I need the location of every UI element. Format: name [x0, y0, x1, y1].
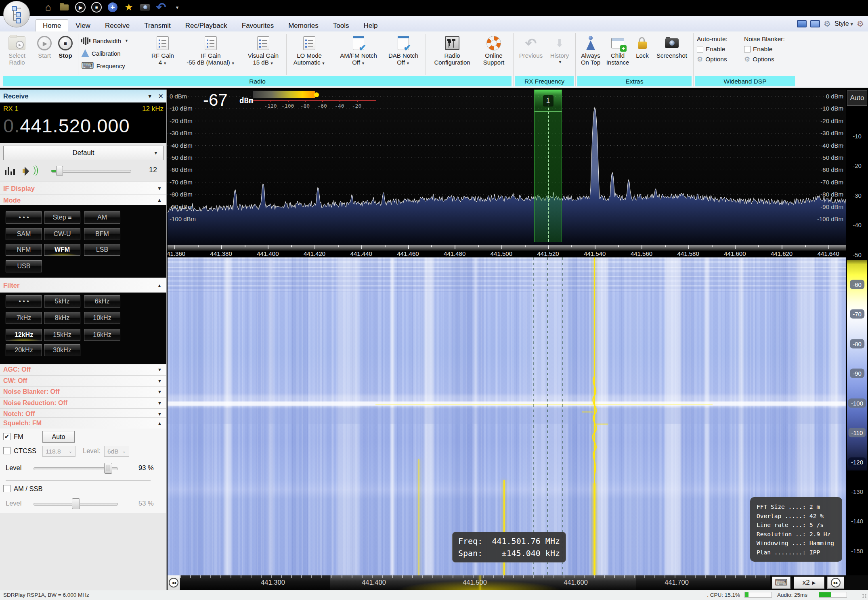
section-agc[interactable]: AGC: Off▼	[0, 364, 167, 375]
undo-icon[interactable]: ↶	[156, 2, 166, 13]
auto-mute-options-button[interactable]: ⚙Options	[697, 56, 738, 63]
section-mode[interactable]: Mode▲	[0, 194, 167, 205]
amfm-notch-button[interactable]: AM/FM Notch Off▼	[335, 32, 382, 76]
menu-tab-home[interactable]: Home	[36, 19, 68, 31]
qat-more-icon[interactable]: ▾	[172, 2, 182, 13]
ctcss-level-select[interactable]: 6dB⌄	[104, 446, 129, 457]
filter-button-6khz[interactable]: 6kHz	[84, 295, 120, 307]
scale-auto-button[interactable]: Auto	[847, 90, 867, 106]
signal-bars-icon[interactable]	[5, 167, 15, 175]
bandwidth-button[interactable]: Bandwidth▼	[81, 36, 141, 46]
section-filter[interactable]: Filter▲	[0, 278, 167, 293]
menu-tab-memories[interactable]: Memories	[281, 19, 326, 31]
open-folder-icon[interactable]	[59, 2, 69, 13]
visual-gain-button[interactable]: Visual Gain 15 dB▼	[243, 32, 283, 76]
nav-keyboard-button[interactable]: ⌨	[772, 577, 790, 589]
auto-mute-enable-checkbox[interactable]: Enable	[697, 46, 738, 53]
profile-select[interactable]: Default▼	[3, 146, 164, 160]
add-icon[interactable]: +	[107, 2, 118, 13]
child-instance-button[interactable]: ChildInstance	[604, 32, 631, 76]
theme-gear-icon[interactable]: ⚙	[857, 20, 864, 28]
app-icon[interactable]	[3, 1, 30, 27]
mode-button-sam[interactable]: SAM	[6, 228, 42, 240]
nav-scroll-right-button[interactable]: ▶▶	[827, 577, 844, 589]
filter-button-12khz[interactable]: 12kHz	[6, 329, 42, 341]
select-radio-button[interactable]: SelectRadio	[5, 32, 29, 76]
filter-button-7khz[interactable]: 7kHz	[6, 312, 42, 324]
mode-button-usb[interactable]: USB	[6, 260, 42, 272]
menu-tab-help[interactable]: Help	[356, 19, 385, 31]
radio-configuration-button[interactable]: RadioConfiguration	[429, 32, 476, 76]
noise-blanker-enable-checkbox[interactable]: Enable	[744, 46, 793, 53]
section-if-display[interactable]: IF Display▼	[0, 182, 167, 195]
menu-tab-tools[interactable]: Tools	[326, 19, 356, 31]
start-button[interactable]: ▶ Start	[35, 32, 54, 76]
section-noise-reduction[interactable]: Noise Reduction: Off▼	[0, 397, 167, 409]
start-icon[interactable]: ▶	[75, 2, 86, 13]
am-ssb-checkbox[interactable]	[3, 485, 10, 492]
fm-level-slider-handle[interactable]	[104, 463, 112, 474]
resize-grip[interactable]	[862, 594, 867, 598]
section-squelch[interactable]: Squelch: FM▲	[0, 417, 167, 429]
nav-zoom-button[interactable]: x2▶	[794, 577, 824, 589]
history-button[interactable]: ⬇ History ▼	[547, 32, 572, 76]
menu-tab-rec-playback[interactable]: Rec/Playback	[178, 19, 235, 31]
volume-slider[interactable]	[51, 170, 131, 173]
speaker-icon[interactable]	[23, 166, 35, 176]
previous-button[interactable]: ↶ Previous	[517, 32, 545, 76]
ctcss-tone-select[interactable]: 118.8⌄	[42, 446, 75, 457]
mode-button-step[interactable]: Step ≡	[44, 211, 80, 224]
menu-tab-transmit[interactable]: Transmit	[137, 19, 178, 31]
monitor-icon[interactable]	[797, 20, 807, 27]
home-icon[interactable]: ⌂	[43, 2, 53, 13]
online-support-button[interactable]: OnlineSupport	[478, 32, 510, 76]
filter-button-15khz[interactable]: 15kHz	[44, 329, 80, 341]
menu-tab-receive[interactable]: Receive	[98, 19, 137, 31]
spectrum-display[interactable]: 0 dBm0 dBm-10 dBm-10 dBm-20 dBm-20 dBm-3…	[168, 90, 846, 245]
filter-button-[interactable]: • • •	[6, 295, 42, 307]
ctcss-checkbox[interactable]	[3, 447, 10, 454]
monitor2-icon[interactable]	[810, 20, 820, 27]
waterfall-display[interactable]: Freq:441.501.76 MHz Span:±145.040 kHz FF…	[168, 257, 846, 575]
noise-blanker-options-button[interactable]: ⚙Options	[744, 56, 793, 63]
filter-button-30khz[interactable]: 30kHz	[44, 344, 80, 356]
rx-display[interactable]: RX 1 12 kHz 0.441.520.000	[0, 102, 167, 143]
frequency-axis[interactable]: 441.360441.380441.400441.420441.440441.4…	[168, 245, 846, 257]
rf-gain-button[interactable]: RF Gain 4▼	[147, 32, 178, 76]
dab-notch-button[interactable]: DAB Notch Off▼	[384, 32, 423, 76]
lock-button[interactable]: Lock	[633, 32, 652, 76]
frequency-button[interactable]: ⌨ Frequency	[81, 61, 141, 71]
mode-button-[interactable]: • • •	[6, 211, 42, 224]
stop-button[interactable]: ■ Stop	[56, 32, 75, 76]
camera-icon[interactable]	[140, 2, 150, 13]
mode-button-cwu[interactable]: CW-U	[44, 228, 80, 240]
filter-button-16khz[interactable]: 16kHz	[84, 329, 120, 341]
if-gain-button[interactable]: IF Gain -55 dB (Manual)▼	[180, 32, 241, 76]
tuning-band[interactable]: 1	[534, 90, 562, 242]
filter-button-20khz[interactable]: 20kHz	[6, 344, 42, 356]
section-cw[interactable]: CW: Off▼	[0, 375, 167, 387]
squelch-auto-button[interactable]: Auto	[42, 431, 75, 443]
mode-button-nfm[interactable]: NFM	[6, 244, 42, 256]
filter-button-8khz[interactable]: 8kHz	[44, 312, 80, 324]
section-noise-blanker[interactable]: Noise Blanker: Off▼	[0, 386, 167, 397]
settings-gear-icon[interactable]: ⚙	[824, 20, 831, 28]
rx-marker-badge[interactable]: 1	[543, 95, 554, 107]
band-ribbon[interactable]: 441.300441.400441.500441.600441.700	[180, 575, 770, 590]
fm-checkbox[interactable]: ✔	[3, 433, 10, 440]
mode-button-am[interactable]: AM	[84, 211, 120, 224]
filter-button-5khz[interactable]: 5kHz	[44, 295, 80, 307]
nav-scroll-left-button[interactable]: ◀◀	[168, 575, 180, 590]
screenshot-button[interactable]: Screenshot	[654, 32, 690, 76]
panel-close-icon[interactable]: ✕	[158, 92, 164, 100]
favourite-icon[interactable]: ★	[124, 2, 134, 13]
always-on-top-button[interactable]: AlwaysOn Top	[579, 32, 602, 76]
frequency-readout[interactable]: 0.441.520.000	[3, 115, 130, 137]
menu-tab-favourites[interactable]: Favourites	[235, 19, 281, 31]
mode-button-bfm[interactable]: BFM	[84, 228, 120, 240]
lo-mode-button[interactable]: LO Mode Automatic▼	[289, 32, 329, 76]
menu-tab-view[interactable]: View	[68, 19, 98, 31]
filter-button-10khz[interactable]: 10kHz	[84, 312, 120, 324]
panel-menu-icon[interactable]: ▼	[147, 93, 153, 99]
style-button[interactable]: Style▾	[834, 20, 853, 27]
